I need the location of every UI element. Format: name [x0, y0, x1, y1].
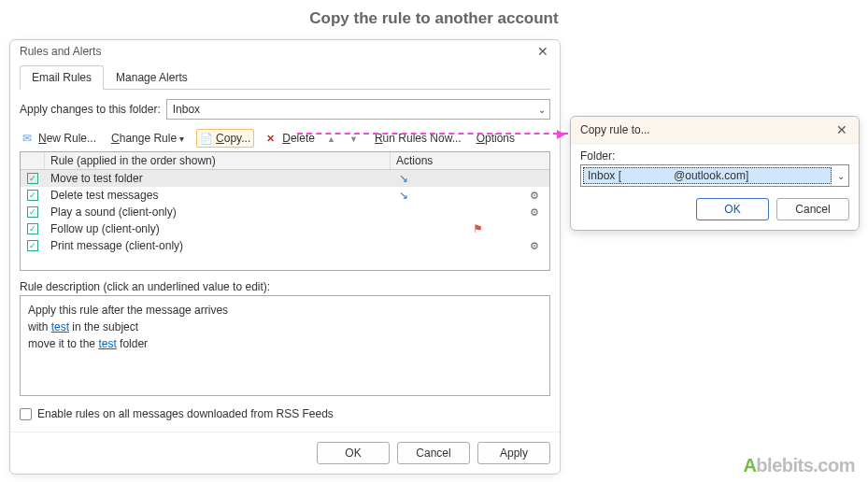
chevron-down-icon: ▾ — [179, 134, 184, 144]
cancel-button[interactable]: Cancel — [397, 442, 470, 464]
tools-icon — [527, 189, 542, 202]
chevron-down-icon: ⌄ — [833, 171, 848, 181]
rule-checkbox[interactable]: ✓ — [27, 240, 38, 251]
rule-name: Follow up (client-only) — [45, 222, 391, 235]
rule-name: Play a sound (client-only) — [45, 206, 391, 219]
table-row[interactable]: ✓Print message (client-only) — [21, 237, 549, 254]
table-row[interactable]: ✓Play a sound (client-only) — [21, 204, 549, 220]
description-label: Rule description (click an underlined va… — [20, 280, 550, 293]
description-box: Apply this rule after the message arrive… — [20, 295, 550, 396]
toolbar: New Rule... Change Rule ▾ Copy... Delete… — [20, 129, 550, 148]
new-rule-icon — [22, 132, 36, 145]
rule-actions — [391, 189, 549, 202]
folder-select[interactable]: Inbox ⌄ — [166, 99, 550, 120]
watermark-a: A — [743, 455, 756, 475]
folder-label: Apply changes to this folder: — [20, 103, 161, 116]
ok-button[interactable]: OK — [317, 442, 390, 464]
chevron-down-icon: ⌄ — [538, 105, 546, 115]
rules-table: Rule (applied in the order shown) Action… — [20, 151, 550, 271]
apply-button[interactable]: Apply — [477, 442, 550, 464]
dialog-title: Rules and Alerts — [20, 45, 101, 58]
flag-icon — [470, 222, 485, 235]
copy-ok-button[interactable]: OK — [696, 198, 769, 220]
col-rule-header[interactable]: Rule (applied in the order shown) — [45, 152, 391, 169]
desc-link-test-folder[interactable]: test — [98, 337, 116, 350]
rule-actions — [391, 172, 549, 185]
table-header: Rule (applied in the order shown) Action… — [21, 152, 549, 170]
page-title: Copy the rule to another account — [0, 0, 868, 35]
copy-folder-select[interactable]: Inbox [@outlook.com] ⌄ — [580, 164, 849, 187]
move-icon — [396, 172, 411, 185]
copy-cancel-button[interactable]: Cancel — [776, 198, 849, 220]
rule-actions — [391, 222, 549, 235]
tab-email-rules[interactable]: Email Rules — [20, 65, 104, 90]
desc-line-2: with test in the subject — [28, 319, 542, 335]
change-rule-label: Change Rule — [111, 132, 177, 145]
table-row[interactable]: ✓Follow up (client-only) — [21, 220, 549, 237]
close-icon[interactable]: ✕ — [534, 44, 552, 59]
new-rule-label: New Rule... — [38, 132, 96, 145]
watermark: Ablebits.com — [743, 455, 855, 476]
table-row[interactable]: ✓Move to test folder — [21, 170, 549, 187]
rules-alerts-dialog: Rules and Alerts ✕ Email Rules Manage Al… — [9, 39, 561, 475]
rule-checkbox[interactable]: ✓ — [27, 190, 38, 201]
watermark-rest: blebits — [756, 455, 813, 475]
desc-text: with — [28, 320, 51, 333]
rule-name: Delete test messages — [45, 189, 391, 202]
watermark-tld: .com — [813, 455, 855, 475]
tools-icon — [527, 206, 542, 219]
tab-strip: Email Rules Manage Alerts — [20, 64, 550, 90]
desc-link-test-subject[interactable]: test — [51, 320, 69, 333]
copy-rule-dialog: Copy rule to... ✕ Folder: Inbox [@outloo… — [570, 116, 860, 231]
copy-folder-prefix: Inbox [ — [588, 169, 621, 182]
copy-folder-label: Folder: — [580, 149, 849, 163]
arrow-annotation — [297, 133, 568, 135]
table-row[interactable]: ✓Delete test messages — [21, 187, 549, 204]
copy-button[interactable]: Copy... — [196, 129, 254, 148]
copy-label: Copy... — [216, 132, 250, 145]
copy-dialog-titlebar: Copy rule to... ✕ — [571, 117, 859, 144]
rule-checkbox[interactable]: ✓ — [27, 173, 38, 184]
copy-folder-suffix: @outlook.com] — [674, 169, 748, 182]
desc-text: in the subject — [69, 320, 138, 333]
rule-name: Move to test folder — [45, 172, 391, 185]
delete-icon — [266, 132, 279, 145]
tools-icon — [527, 239, 542, 252]
dialog-buttons: OK Cancel Apply — [10, 432, 560, 474]
copy-folder-value: Inbox [@outlook.com] — [583, 167, 832, 184]
desc-text: move it to the — [28, 337, 98, 350]
change-rule-button[interactable]: Change Rule ▾ — [108, 130, 187, 147]
new-rule-button[interactable]: New Rule... — [20, 130, 99, 147]
folder-value: Inbox — [173, 103, 200, 116]
copy-icon — [200, 132, 213, 145]
rule-checkbox[interactable]: ✓ — [27, 206, 38, 218]
desc-line-1: Apply this rule after the message arrive… — [28, 302, 542, 319]
col-actions-header[interactable]: Actions — [391, 152, 549, 169]
dialog-titlebar: Rules and Alerts ✕ — [10, 40, 560, 63]
rule-name: Print message (client-only) — [45, 239, 391, 252]
rss-checkbox[interactable] — [20, 408, 32, 420]
rule-actions — [391, 206, 549, 219]
desc-line-3: move it to the test folder — [28, 335, 542, 352]
close-icon[interactable]: ✕ — [832, 122, 851, 137]
desc-text: folder — [117, 337, 148, 350]
tab-manage-alerts[interactable]: Manage Alerts — [104, 65, 200, 90]
rss-label: Enable rules on all messages downloaded … — [37, 407, 334, 420]
copy-dialog-title: Copy rule to... — [580, 123, 650, 136]
rule-actions — [391, 239, 549, 252]
rule-checkbox[interactable]: ✓ — [27, 223, 38, 234]
move-icon — [396, 189, 411, 202]
